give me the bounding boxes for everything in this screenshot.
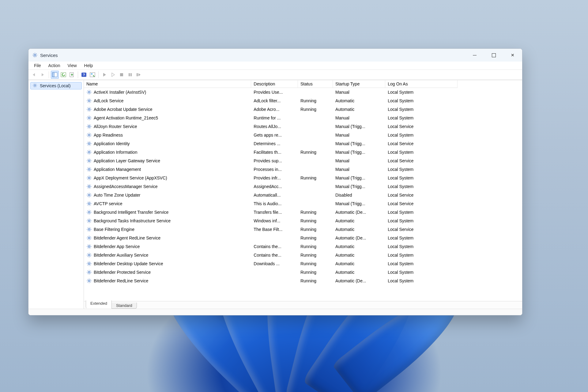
back-button[interactable] [30, 71, 38, 79]
service-description: Processes in... [251, 165, 298, 174]
service-status: Running [298, 259, 333, 268]
service-status [298, 156, 333, 165]
service-description [251, 234, 298, 242]
gear-icon [32, 83, 38, 89]
service-gear-icon [86, 149, 92, 155]
export-list-button[interactable] [68, 71, 76, 79]
table-row[interactable]: App ReadinessGets apps re...ManualLocal … [84, 131, 458, 139]
table-row[interactable]: Auto Time Zone UpdaterAutomaticall...Dis… [84, 191, 458, 199]
column-header-startup[interactable]: Startup Type [333, 80, 385, 88]
table-row[interactable]: AdLock ServiceAdLock filter...RunningAut… [84, 96, 458, 105]
service-startup: Automatic [333, 251, 385, 259]
svg-point-20 [88, 143, 90, 145]
table-row[interactable]: Application Layer Gateway ServiceProvide… [84, 156, 458, 165]
service-name: Bitdefender Protected Service [94, 270, 151, 275]
svg-point-30 [88, 228, 90, 230]
start-service-button[interactable] [100, 71, 108, 79]
help-icon: ? [81, 72, 87, 77]
window-title: Services [40, 53, 58, 58]
service-status: Running [298, 174, 333, 182]
service-gear-icon [86, 278, 92, 284]
tree-node-services-local[interactable]: Services (Local) [30, 82, 82, 89]
menu-action[interactable]: Action [45, 62, 64, 69]
column-header-desc[interactable]: Description [251, 80, 298, 88]
service-name: Auto Time Zone Updater [94, 193, 141, 198]
svg-point-24 [88, 177, 90, 179]
titlebar[interactable]: Services ✕ [28, 49, 522, 62]
toolbar-separator [78, 71, 78, 78]
view-tabs: Extended Standard [84, 301, 522, 309]
app-gear-icon [32, 52, 38, 58]
table-row[interactable]: ActiveX Installer (AxInstSV)Provides Use… [84, 88, 458, 96]
close-button[interactable]: ✕ [503, 49, 522, 62]
service-description [251, 268, 298, 277]
resume-service-button[interactable] [109, 71, 117, 79]
tab-standard[interactable]: Standard [111, 303, 137, 309]
table-row[interactable]: Bitdefender App ServiceContains the...Ru… [84, 242, 458, 251]
stop-service-button[interactable] [118, 71, 126, 79]
services-listview[interactable]: Name Description Status Startup Type Log… [84, 80, 522, 301]
table-row[interactable]: Adobe Acrobat Update ServiceAdobe Acro..… [84, 105, 458, 114]
svg-point-16 [88, 108, 90, 110]
maximize-button[interactable] [484, 49, 503, 62]
service-logon: Local System [385, 217, 458, 225]
pause-service-button[interactable] [126, 71, 134, 79]
svg-point-26 [88, 194, 90, 196]
table-row[interactable]: Application ManagementProcesses in...Man… [84, 165, 458, 174]
service-name: Background Intelligent Transfer Service [94, 210, 168, 215]
menu-file[interactable]: File [30, 62, 45, 69]
service-status: Running [298, 234, 333, 242]
service-logon: Local System [385, 96, 458, 105]
properties-icon [90, 72, 95, 77]
service-logon: Local System [385, 234, 458, 242]
table-row[interactable]: Bitdefender Desktop Update ServiceDownlo… [84, 259, 458, 268]
service-gear-icon [86, 218, 92, 224]
column-header-logon[interactable]: Log On As [385, 80, 458, 88]
service-startup: Automatic (De... [333, 234, 385, 242]
service-name: AppX Deployment Service (AppXSVC) [94, 175, 167, 180]
tab-extended[interactable]: Extended [86, 300, 112, 309]
table-row[interactable]: Bitdefender Protected ServiceRunningAuto… [84, 268, 458, 277]
service-description: Facilitates th... [251, 148, 298, 156]
help-button[interactable]: ? [80, 71, 88, 79]
service-startup: Manual [333, 156, 385, 165]
svg-point-0 [34, 54, 36, 56]
table-row[interactable]: AssignedAccessManager ServiceAssignedAcc… [84, 182, 458, 191]
show-hide-tree-button[interactable] [51, 71, 59, 79]
table-row[interactable]: Base Filtering EngineThe Base Filt...Run… [84, 225, 458, 234]
table-row[interactable]: Bitdefender Auxiliary ServiceContains th… [84, 251, 458, 259]
console-tree[interactable]: Services (Local) [28, 80, 84, 309]
service-description: Transfers file... [251, 208, 298, 217]
table-row[interactable]: AllJoyn Router ServiceRoutes AllJo...Man… [84, 122, 458, 131]
menu-help[interactable]: Help [81, 62, 97, 69]
table-row[interactable]: AppX Deployment Service (AppXSVC)Provide… [84, 174, 458, 182]
table-row[interactable]: Bitdefender Agent RedLine ServiceRunning… [84, 234, 458, 242]
service-name: Base Filtering Engine [94, 227, 134, 232]
svg-point-35 [88, 271, 90, 273]
table-row[interactable]: Background Tasks Infrastructure ServiceW… [84, 217, 458, 225]
minimize-button[interactable] [465, 49, 484, 62]
column-header-status[interactable]: Status [298, 80, 333, 88]
table-row[interactable]: AVCTP serviceThis is Audio...Manual (Tri… [84, 199, 458, 208]
restart-service-button[interactable] [135, 71, 143, 79]
service-name: AdLock Service [94, 98, 123, 103]
forward-button[interactable] [39, 71, 47, 79]
table-row[interactable]: Agent Activation Runtime_21eec5Runtime f… [84, 114, 458, 122]
svg-rect-11 [130, 73, 132, 76]
client-area: Services (Local) Name Description Status… [28, 80, 522, 309]
svg-text:?: ? [83, 73, 85, 77]
play-outline-icon [111, 73, 115, 77]
column-header-name[interactable]: Name [84, 80, 251, 88]
table-row[interactable]: Bitdefender RedLine ServiceRunningAutoma… [84, 277, 458, 285]
refresh-button[interactable] [59, 71, 67, 79]
table-row[interactable]: Application InformationFacilitates th...… [84, 148, 458, 156]
service-startup: Manual [333, 88, 385, 96]
service-startup: Manual [333, 131, 385, 139]
service-startup: Manual [333, 165, 385, 174]
menu-view[interactable]: View [64, 62, 80, 69]
table-row[interactable]: Background Intelligent Transfer ServiceT… [84, 208, 458, 217]
service-logon: Local System [385, 277, 458, 285]
service-startup: Manual (Trigg... [333, 182, 385, 191]
properties-button[interactable] [89, 71, 96, 79]
table-row[interactable]: Application IdentityDetermines ...Manual… [84, 139, 458, 148]
